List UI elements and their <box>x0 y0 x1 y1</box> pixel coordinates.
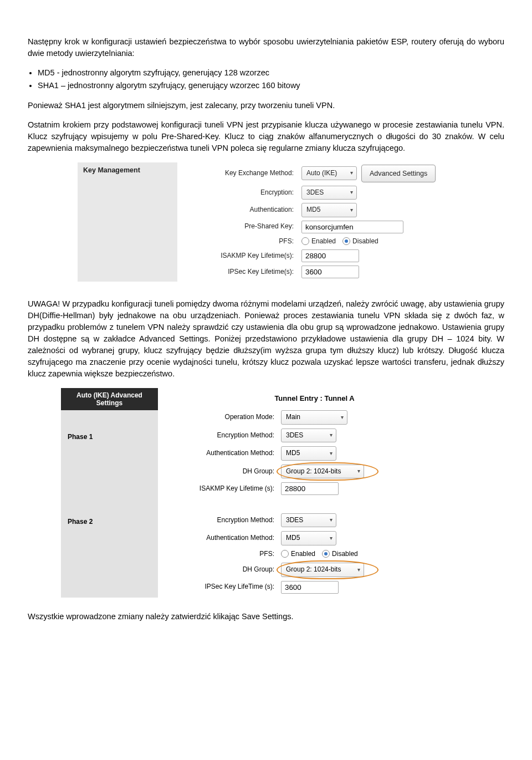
advanced-settings-panel: Auto (IKE) Advanced Settings Phase 1 Pha… <box>61 388 471 598</box>
label: PFS: <box>177 237 301 246</box>
p2-auth-select[interactable]: MD5 <box>281 531 336 545</box>
p2-encryption-select[interactable]: 3DES <box>281 513 336 527</box>
phase1-heading: Phase 1 <box>61 427 158 447</box>
p1-auth-select[interactable]: MD5 <box>281 446 336 460</box>
p1-dh-select[interactable]: Group 2: 1024-bits <box>281 465 364 478</box>
isakmp-lifetime-input[interactable] <box>301 249 359 262</box>
authentication-select[interactable]: MD5 <box>301 203 357 217</box>
key-exchange-select[interactable]: Auto (IKE) <box>301 166 357 180</box>
label: DH Group: <box>163 467 281 476</box>
pfs-enabled-radio[interactable]: Enabled <box>301 237 336 246</box>
key-management-panel: Key Management Key Exchange Method:Auto … <box>78 162 454 282</box>
phase2-heading: Phase 2 <box>61 512 158 532</box>
paragraph: UWAGA! W przypadku konfiguracji tuneli p… <box>28 298 504 380</box>
label: Encryption Method: <box>163 516 281 525</box>
p2-pfs-disabled-radio[interactable]: Disabled <box>322 549 358 559</box>
panel-heading: Key Management <box>78 162 177 282</box>
preshared-key-input[interactable] <box>301 221 403 233</box>
p2-ipsec-input[interactable] <box>281 581 339 594</box>
tunnel-entry-title: Tunnel Entry : Tunnel A <box>163 388 466 411</box>
label: Key Exchange Method: <box>177 169 301 178</box>
label: Encryption: <box>177 188 301 197</box>
encryption-select[interactable]: 3DES <box>301 186 357 200</box>
paragraph: Wszystkie wprowadzone zmiany należy zatw… <box>28 611 504 623</box>
label: IPSec Key LifeTime (s): <box>163 582 281 591</box>
advanced-settings-button[interactable]: Advanced Settings <box>361 165 436 182</box>
label: ISAKMP Key Lifetime (s): <box>163 484 281 493</box>
label: Authentication Method: <box>163 533 281 543</box>
label: Pre-Shared Key: <box>177 222 301 231</box>
label: Encryption Method: <box>163 431 281 440</box>
label: Authentication Method: <box>163 448 281 458</box>
paragraph: Następny krok w konfiguracji ustawień be… <box>28 36 504 59</box>
label: ISAKMP Key Lifetime(s): <box>177 251 301 261</box>
p2-pfs-enabled-radio[interactable]: Enabled <box>281 549 315 559</box>
bullet: SHA1 – jednostronny algorytm szyfrujący,… <box>38 80 504 91</box>
paragraph: Ponieważ SHA1 jest algorytmem silniejszy… <box>28 100 504 111</box>
label: PFS: <box>163 549 281 559</box>
label: Authentication: <box>177 205 301 215</box>
label: Operation Mode: <box>163 412 281 422</box>
label: DH Group: <box>163 565 281 574</box>
bullet: MD5 - jednostronny algorytm szyfrujący, … <box>38 67 504 79</box>
p1-isakmp-input[interactable] <box>281 482 339 495</box>
panel-heading: Auto (IKE) Advanced Settings <box>61 388 158 411</box>
p1-encryption-select[interactable]: 3DES <box>281 429 336 442</box>
bullet-list: MD5 - jednostronny algorytm szyfrujący, … <box>38 67 504 91</box>
label: IPSec Key Lifetime(s): <box>177 267 301 277</box>
ipsec-lifetime-input[interactable] <box>301 266 359 278</box>
paragraph: Ostatnim krokiem przy podstawowej konfig… <box>28 119 504 154</box>
p2-dh-select[interactable]: Group 2: 1024-bits <box>281 563 364 577</box>
pfs-disabled-radio[interactable]: Disabled <box>342 237 378 246</box>
operation-mode-select[interactable]: Main <box>281 410 347 424</box>
